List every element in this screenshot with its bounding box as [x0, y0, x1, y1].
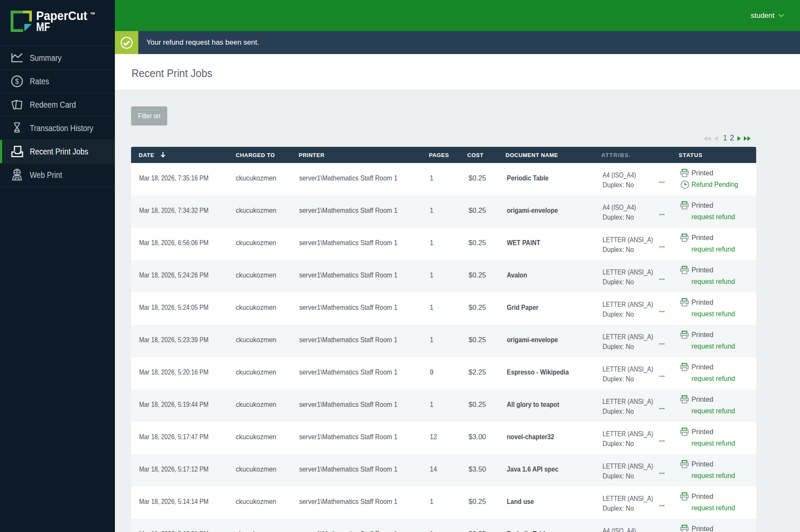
svg-text:TM: TM	[90, 11, 95, 15]
svg-text:MF: MF	[36, 20, 50, 32]
svg-text:$: $	[15, 78, 19, 85]
